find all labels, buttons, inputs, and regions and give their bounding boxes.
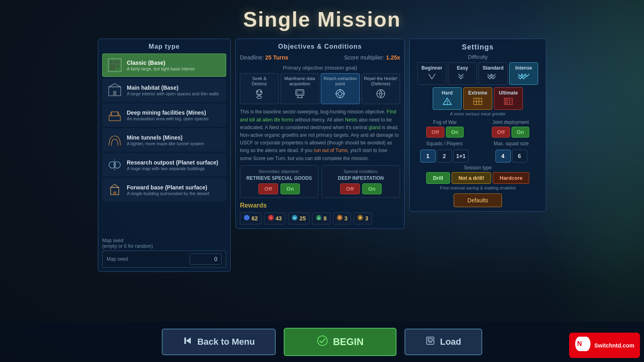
primary-obj-title: Primary objective (mission goal) <box>240 65 400 71</box>
diff-icon-extreme <box>473 97 483 107</box>
map-item-mine-tunnels[interactable]: Mine tunnels (Mines) A tighter, more maz… <box>102 128 226 152</box>
objectives-panel: Objectives & Conditions Deadline: 25 Tur… <box>235 39 405 229</box>
fog-toggle-off[interactable]: Off <box>426 127 444 138</box>
load-icon <box>425 336 435 348</box>
svg-rect-4 <box>116 64 120 68</box>
begin-button[interactable]: BEGIN <box>284 328 396 356</box>
special-toggle-off[interactable]: Off <box>340 183 360 194</box>
joint-toggle-off[interactable]: Off <box>492 127 510 138</box>
obj-description: This is the baseline sector-sweeping, bu… <box>240 108 400 160</box>
map-item-research-outpost[interactable]: Research outpost (Planet surface) A huge… <box>102 153 226 177</box>
defaults-button[interactable]: Defaults <box>454 193 502 207</box>
reward-value-1: 43 <box>276 215 282 222</box>
reward-icon-5 <box>357 214 363 222</box>
svg-rect-17 <box>113 191 116 195</box>
obj-tab-seek-destroy[interactable]: Seek &Destroy <box>240 73 279 104</box>
svg-point-21 <box>260 91 262 93</box>
diff-btn-standard[interactable]: Standard <box>479 62 508 85</box>
obj-tab-repel-horde[interactable]: Repel the Horde!(Defense) <box>361 73 400 104</box>
reward-item-0: 62 <box>240 212 262 224</box>
diff-btn-extreme[interactable]: Extreme <box>463 87 492 110</box>
map-item-deep-mining[interactable]: Deep mining facilities (Mines) An excava… <box>102 103 226 127</box>
special-toggle-on[interactable]: On <box>362 183 382 194</box>
back-to-menu-button[interactable]: Back to Menu <box>162 329 276 355</box>
content-row: Map type Classic (Base) <box>98 39 546 272</box>
session-btn-not-a-drill[interactable]: Not a drill! <box>452 172 491 184</box>
squads-label: Squads / Players <box>426 141 463 146</box>
map-name-mine-tunnels: Mine tunnels (Mines) <box>127 134 204 141</box>
svg-point-62 <box>318 336 327 346</box>
score-label: Score multiplier: <box>344 54 386 61</box>
map-item-main-habitat[interactable]: Main habitat (Base) A large interior wit… <box>102 78 226 102</box>
reward-icon-1 <box>268 214 274 222</box>
squad-size-btn-6[interactable]: 6 <box>512 150 527 162</box>
map-seed-label: Map seed(empty or 0 for random) <box>102 238 226 249</box>
difficulty-grid-row2: Hard Extreme <box>414 87 542 110</box>
reward-value-3: 8 <box>324 215 327 222</box>
diff-btn-easy[interactable]: Easy <box>448 62 477 85</box>
reward-item-1: 43 <box>264 212 286 224</box>
map-item-classic[interactable]: Classic (Base) A fairly large, but tight… <box>102 53 226 77</box>
reward-value-5: 3 <box>365 215 368 222</box>
nintendo-badge: N Switchntd.com <box>569 333 640 358</box>
obj-tab-icon-repel <box>375 88 386 101</box>
obj-tab-icon-mainframe <box>294 88 305 101</box>
obj-tab-reach-extraction[interactable]: Reach extractionpoint <box>321 73 360 104</box>
map-desc-mine-tunnels: A tighter, more maze-like tunnel system <box>127 141 204 146</box>
diff-btn-intense[interactable]: Intense <box>509 62 538 85</box>
diff-btn-hard[interactable]: Hard <box>433 87 462 110</box>
diff-btn-beginner[interactable]: Beginner <box>417 62 446 85</box>
special-label: Special condition: <box>325 169 396 174</box>
session-btn-drill[interactable]: Drill <box>426 172 450 184</box>
svg-marker-6 <box>109 84 121 87</box>
reward-icon-4 <box>336 214 343 222</box>
squads-col: Squads / Players 1 2 1+1 <box>414 141 475 162</box>
session-btn-hardcore[interactable]: Hardcore <box>493 172 529 184</box>
squad-size-btn-4[interactable]: 4 <box>495 150 511 162</box>
settings-panel: Settings Difficulty Beginner Easy <box>409 39 546 212</box>
obj-tab-label-repel: Repel the Horde!(Defense) <box>364 76 397 86</box>
rewards-title: Rewards <box>240 202 400 209</box>
joint-group: Joint deployment Off On <box>479 119 542 138</box>
svg-rect-8 <box>109 116 120 121</box>
diff-label-beginner: Beginner <box>421 65 442 71</box>
rewards-row: 62 43 25 8 <box>240 212 400 224</box>
special-toggle-row: Off On <box>325 183 396 194</box>
obj-tab-mainframe[interactable]: Mainframe dataacquisition <box>281 73 320 104</box>
squads-btn-1plus1[interactable]: 1+1 <box>453 150 469 162</box>
map-desc-forward-base: A single building surrounded by the dese… <box>127 191 209 196</box>
svg-point-47 <box>447 103 448 105</box>
squads-btn-1[interactable]: 1 <box>420 150 436 162</box>
deadline-info: Deadline: 25 Turns <box>240 54 288 61</box>
map-seed-label-inline: Map seed <box>107 256 128 262</box>
svg-rect-2 <box>114 60 120 64</box>
svg-marker-60 <box>186 337 191 344</box>
squad-size-number-row: 4 6 <box>495 150 527 162</box>
joint-toggle-row: Off On <box>492 127 529 138</box>
map-seed-input[interactable] <box>190 253 222 265</box>
squads-btn-2[interactable]: 2 <box>437 150 452 162</box>
diff-btn-ultimate[interactable]: Ultimate <box>494 87 523 110</box>
squads-size-row: Squads / Players 1 2 1+1 Max. squad size… <box>414 141 542 162</box>
session-label: Session type <box>414 165 542 171</box>
map-name-research-outpost: Research outpost (Planet surface) <box>127 159 218 166</box>
session-row: Drill Not a drill! Hardcore <box>414 172 542 184</box>
map-panel-title: Map type <box>102 43 226 50</box>
svg-point-58 <box>505 101 506 102</box>
map-item-forward-base[interactable]: Forward base (Planet surface) A single b… <box>102 178 226 202</box>
reward-value-2: 25 <box>299 215 306 222</box>
page-title: Single Mission <box>243 7 401 31</box>
fog-toggle-on[interactable]: On <box>446 127 464 138</box>
svg-marker-16 <box>111 184 119 187</box>
secondary-toggle-on[interactable]: On <box>281 183 300 194</box>
diff-label-hard: Hard <box>442 90 452 96</box>
nintendo-logo: N <box>575 336 591 355</box>
special-name: DEEP INFESTATION <box>325 175 396 181</box>
main-container: Single Mission Map type <box>0 0 644 362</box>
secondary-toggle-off[interactable]: Off <box>258 183 278 194</box>
load-button[interactable]: Load <box>405 329 482 355</box>
difficulty-label: Difficulty <box>414 54 542 60</box>
map-seed-area: Map seed(empty or 0 for random) Map seed <box>102 238 226 267</box>
back-icon <box>183 336 192 348</box>
joint-toggle-on[interactable]: On <box>512 127 529 138</box>
